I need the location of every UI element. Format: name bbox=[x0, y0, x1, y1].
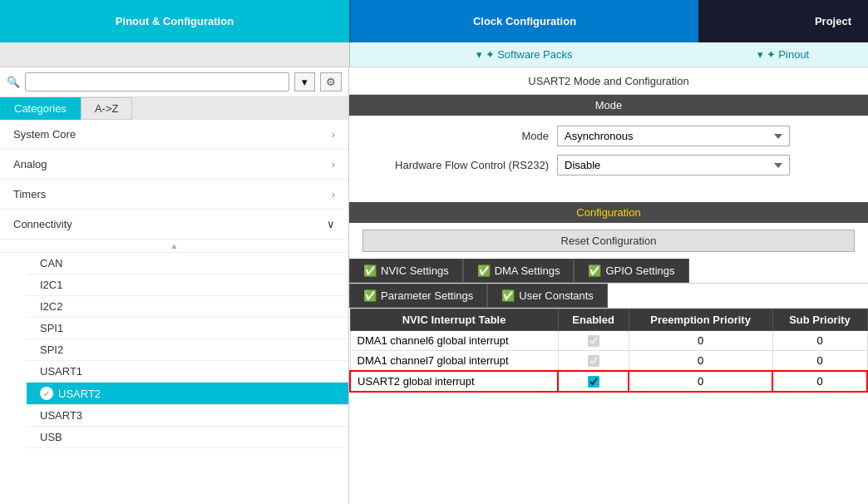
nav-item-analog[interactable]: Analog › bbox=[0, 150, 348, 180]
header: Pinout & Configuration Clock Configurati… bbox=[0, 0, 868, 42]
pinout-tab[interactable]: ▾ ✦ Pinout bbox=[698, 42, 868, 67]
sub-item-spi1[interactable]: SPI1 bbox=[27, 318, 348, 339]
sub-header: ▾ ✦ Software Packs ▾ ✦ Pinout bbox=[0, 42, 868, 67]
nvic-row2-sub: 0 bbox=[772, 351, 867, 372]
nvic-row3-name: USART2 global interrupt bbox=[350, 371, 558, 392]
nvic-col-header-sub: Sub Priority bbox=[772, 309, 867, 331]
category-tabs: Categories A->Z bbox=[0, 97, 348, 120]
nav-item-connectivity[interactable]: Connectivity ∨ bbox=[0, 210, 348, 240]
pinout-tab-label: ✦ Pinout bbox=[767, 48, 809, 61]
mode-row: Mode Asynchronous Synchronous Single Wir… bbox=[366, 126, 851, 146]
config-tabs-row2: ✅ Parameter Settings ✅ User Constants bbox=[349, 284, 868, 309]
nvic-row3-sub: 0 bbox=[772, 371, 867, 392]
nvic-row1-sub: 0 bbox=[772, 331, 867, 351]
dma-check-icon: ✅ bbox=[477, 264, 491, 277]
nvic-row1-name: DMA1 channel6 global interrupt bbox=[350, 331, 558, 351]
scroll-up-icon: ▲ bbox=[170, 241, 179, 250]
hw-flow-row: Hardware Flow Control (RS232) Disable CT… bbox=[366, 155, 851, 175]
nvic-table: NVIC Interrupt Table Enabled Preemption … bbox=[349, 309, 868, 393]
nvic-row2-enabled[interactable] bbox=[558, 351, 629, 372]
sub-item-spi2[interactable]: SPI2 bbox=[27, 339, 348, 361]
sub-header-right: ▾ ✦ Software Packs ▾ ✦ Pinout bbox=[349, 42, 868, 67]
nvic-check-icon: ✅ bbox=[363, 264, 377, 277]
right-panel: USART2 Mode and Configuration Mode Mode … bbox=[349, 67, 868, 504]
nav-items: System Core › Analog › Timers › Connecti… bbox=[0, 120, 348, 504]
nvic-row1-checkbox[interactable] bbox=[588, 335, 599, 347]
mode-form: Mode Asynchronous Synchronous Single Wir… bbox=[349, 116, 868, 194]
header-clock[interactable]: Clock Configuration bbox=[349, 0, 698, 42]
project-label: Project bbox=[815, 15, 851, 27]
software-packs-label: ✦ Software Packs bbox=[486, 48, 573, 61]
software-packs-tab[interactable]: ▾ ✦ Software Packs bbox=[349, 42, 698, 67]
sub-item-i2c2[interactable]: I2C2 bbox=[27, 296, 348, 318]
search-input[interactable] bbox=[25, 72, 289, 91]
clock-config-label: Clock Configuration bbox=[473, 15, 576, 27]
search-bar: 🔍 ▾ ⚙ bbox=[0, 67, 348, 97]
sub-item-usb[interactable]: USB bbox=[27, 427, 348, 448]
config-tab-user-constants[interactable]: ✅ User Constants bbox=[487, 284, 608, 308]
left-panel: 🔍 ▾ ⚙ Categories A->Z System Core › Anal… bbox=[0, 67, 349, 504]
nvic-row3-preemption: 0 bbox=[629, 371, 772, 392]
search-icon: 🔍 bbox=[7, 76, 20, 88]
nvic-row3-enabled[interactable] bbox=[558, 371, 629, 392]
nvic-col-header-name: NVIC Interrupt Table bbox=[350, 309, 558, 331]
tab-categories[interactable]: Categories bbox=[0, 97, 81, 120]
tab-az[interactable]: A->Z bbox=[81, 97, 133, 120]
sub-item-can[interactable]: CAN bbox=[27, 253, 348, 274]
nvic-row1-enabled[interactable] bbox=[558, 331, 629, 351]
table-row: DMA1 channel6 global interrupt 0 0 bbox=[350, 331, 867, 351]
mode-section-header: Mode bbox=[349, 95, 868, 116]
config-tab-gpio[interactable]: ✅ GPIO Settings bbox=[574, 259, 688, 283]
nvic-col-header-enabled: Enabled bbox=[558, 309, 629, 331]
main-layout: 🔍 ▾ ⚙ Categories A->Z System Core › Anal… bbox=[0, 67, 868, 504]
nvic-row2-preemption: 0 bbox=[629, 351, 772, 372]
nvic-col-header-preemption: Preemption Priority bbox=[629, 309, 772, 331]
sub-header-left-spacer bbox=[0, 42, 349, 67]
config-tab-dma[interactable]: ✅ DMA Settings bbox=[463, 259, 575, 283]
header-pinout[interactable]: Pinout & Configuration bbox=[0, 0, 349, 42]
table-row-highlighted: USART2 global interrupt 0 0 bbox=[350, 371, 867, 392]
settings-gear-button[interactable]: ⚙ bbox=[320, 72, 342, 91]
scroll-divider: ▲ bbox=[0, 240, 348, 253]
usart2-check-icon: ✓ bbox=[40, 387, 53, 400]
sub-item-usart3[interactable]: USART3 bbox=[27, 405, 348, 427]
sub-item-usart2[interactable]: ✓ USART2 bbox=[27, 383, 348, 405]
user-check-icon: ✅ bbox=[501, 289, 515, 302]
nvic-row3-checkbox[interactable] bbox=[588, 376, 599, 388]
reset-configuration-button[interactable]: Reset Configuration bbox=[362, 230, 855, 252]
nav-item-system-core[interactable]: System Core › bbox=[0, 120, 348, 150]
connectivity-sub-items: CAN I2C1 I2C2 SPI1 SPI2 USART1 ✓ USART2 … bbox=[0, 253, 348, 448]
panel-title: USART2 Mode and Configuration bbox=[349, 67, 868, 95]
gpio-check-icon: ✅ bbox=[588, 264, 601, 277]
table-row: DMA1 channel7 global interrupt 0 0 bbox=[350, 351, 867, 372]
mode-select[interactable]: Asynchronous Synchronous Single Wire Mul… bbox=[557, 126, 790, 146]
config-tab-parameter[interactable]: ✅ Parameter Settings bbox=[349, 284, 487, 308]
nav-item-timers[interactable]: Timers › bbox=[0, 180, 348, 210]
chevron-right-icon: › bbox=[332, 128, 335, 141]
hw-flow-select[interactable]: Disable CTS Only RTS Only CTS/RTS bbox=[557, 155, 790, 175]
nvic-row1-preemption: 0 bbox=[629, 331, 772, 351]
chevron-right-icon-2: › bbox=[332, 158, 335, 170]
chevron-right-icon-3: › bbox=[332, 188, 335, 200]
chevron-down-icon-3: ∨ bbox=[327, 218, 335, 230]
param-check-icon: ✅ bbox=[363, 289, 377, 302]
search-dropdown-btn[interactable]: ▾ bbox=[294, 72, 315, 91]
pinout-config-label: Pinout & Configuration bbox=[116, 15, 234, 27]
sub-item-i2c1[interactable]: I2C1 bbox=[27, 274, 348, 296]
config-section-header: Configuration bbox=[349, 202, 868, 223]
chevron-down-icon-2: ▾ bbox=[757, 48, 763, 61]
header-project[interactable]: Project bbox=[698, 0, 868, 42]
sub-item-usart1[interactable]: USART1 bbox=[27, 361, 348, 383]
hw-flow-label: Hardware Flow Control (RS232) bbox=[366, 159, 549, 171]
nvic-row2-name: DMA1 channel7 global interrupt bbox=[350, 351, 558, 372]
mode-label: Mode bbox=[366, 130, 549, 142]
nvic-row2-checkbox[interactable] bbox=[588, 355, 599, 367]
config-tab-nvic[interactable]: ✅ NVIC Settings bbox=[349, 259, 463, 283]
config-tabs-row1: ✅ NVIC Settings ✅ DMA Settings ✅ GPIO Se… bbox=[349, 259, 868, 284]
chevron-down-icon: ▾ bbox=[476, 48, 482, 61]
